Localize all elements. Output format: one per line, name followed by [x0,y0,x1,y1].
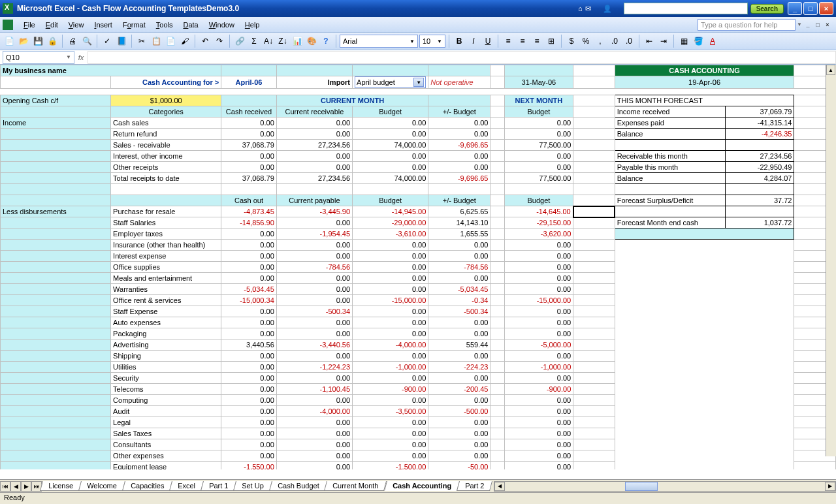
format-painter-icon[interactable]: 🖌 [178,35,191,48]
cell[interactable]: 0.00 [353,273,428,284]
cell[interactable]: 0.00 [221,373,277,384]
cell[interactable]: 0.00 [353,328,428,339]
cell[interactable]: 0.00 [276,273,352,284]
cell[interactable]: 0.00 [353,417,428,428]
cell[interactable]: Audit [111,406,221,417]
cell[interactable]: 0.00 [276,462,352,470]
percent-icon[interactable]: % [579,35,592,48]
cell[interactable]: Advertising [111,339,221,351]
tab-prev-button[interactable]: ◀ [10,481,21,492]
cell[interactable]: 0.00 [504,439,573,450]
cell[interactable]: 0.00 [276,417,352,428]
save-icon[interactable]: 💾 [31,35,44,48]
cell[interactable]: -5,000.00 [504,339,573,351]
cell[interactable]: Insurance (other than health) [111,240,221,251]
dec-indent-icon[interactable]: ⇤ [643,35,656,48]
sheet-tab-excel[interactable]: Excel [169,481,204,491]
cell[interactable]: -14,645.00 [504,206,573,217]
cell[interactable]: Utilities [111,362,221,373]
cell[interactable]: -15,000.00 [353,295,428,306]
cell[interactable]: 0.00 [276,284,352,295]
name-box[interactable]: Q10▼ [3,51,74,64]
cell[interactable]: 3,440.56 [221,339,277,351]
cell[interactable]: 37,068.79 [221,173,277,184]
cell[interactable]: 77,500.00 [504,173,573,184]
cell[interactable]: 37,068.79 [221,140,277,151]
cell[interactable]: 0.00 [276,118,352,129]
cell[interactable]: 0.00 [353,240,428,251]
cell[interactable]: Warranties [111,284,221,295]
sort-asc-icon[interactable]: A↓ [262,35,275,48]
cell[interactable]: 0.00 [504,328,573,339]
fx-icon[interactable]: fx [74,54,88,61]
cell[interactable]: -15,000.34 [221,295,277,306]
menu-view[interactable]: View [63,20,89,30]
cell[interactable]: -0.34 [428,295,490,306]
cell[interactable]: 0.00 [353,129,428,140]
cell[interactable]: Packaging [111,328,221,339]
cell[interactable]: -3,620.00 [504,228,573,240]
currency-icon[interactable]: $ [565,35,578,48]
cell[interactable]: 0.00 [221,395,277,406]
cell[interactable]: 0.00 [221,351,277,362]
cell[interactable]: -200.45 [428,384,490,395]
cell[interactable]: Sales Taxes [111,428,221,439]
undo-icon[interactable]: ↶ [199,35,212,48]
cell[interactable]: 0.00 [276,129,352,140]
help-search-input[interactable] [698,19,796,31]
cell[interactable]: 0.00 [428,118,490,129]
menu-edit[interactable]: Edit [40,20,63,30]
cell[interactable]: 0.00 [221,439,277,450]
cell[interactable]: 0.00 [276,428,352,439]
cell[interactable]: 0.00 [276,162,352,173]
doc-minimize-button[interactable]: _ [803,20,812,29]
underline-button[interactable]: U [481,35,494,48]
cell[interactable]: 0.00 [353,317,428,328]
merge-icon[interactable]: ⊞ [545,35,558,48]
search-button[interactable]: Search [750,4,784,14]
cell[interactable]: -9,696.65 [428,173,490,184]
cell[interactable]: 0.00 [428,273,490,284]
spell-icon[interactable]: ✓ [101,35,114,48]
hyperlink-icon[interactable]: 🔗 [233,35,246,48]
cell[interactable]: 14,143.10 [428,217,490,228]
close-button[interactable]: × [819,2,833,15]
menu-file[interactable]: File [18,20,40,30]
bold-button[interactable]: B [453,35,466,48]
cell[interactable]: 0.00 [221,384,277,395]
cell[interactable]: 0.00 [428,251,490,262]
redo-icon[interactable]: ↷ [213,35,226,48]
cell[interactable]: -29,000.00 [353,217,428,228]
cell[interactable]: Office supplies [111,262,221,273]
cell[interactable]: Staff Salaries [111,217,221,228]
cell[interactable]: 0.00 [504,273,573,284]
cell[interactable]: -9,696.65 [428,140,490,151]
cell[interactable]: -500.34 [276,306,352,317]
cell[interactable]: -900.00 [504,384,573,395]
cell[interactable]: 0.00 [504,317,573,328]
menu-data[interactable]: Data [178,20,203,30]
dec-decimal-icon[interactable]: .0 [622,35,635,48]
cell[interactable]: 0.00 [353,439,428,450]
cell[interactable]: Other receipts [111,162,221,173]
inc-indent-icon[interactable]: ⇥ [657,35,670,48]
help-icon[interactable]: ? [319,35,332,48]
cell[interactable]: Telecoms [111,384,221,395]
cell[interactable]: 0.00 [353,251,428,262]
vertical-scrollbar[interactable]: ▲ [826,65,836,456]
comma-icon[interactable]: , [594,35,607,48]
cell[interactable]: 0.00 [353,151,428,162]
sheet-tab-current month[interactable]: Current Month [324,481,387,491]
cell[interactable]: 0.00 [504,284,573,295]
cell[interactable]: 0.00 [504,428,573,439]
cell[interactable]: 0.00 [428,328,490,339]
cell[interactable]: 0.00 [504,251,573,262]
cell[interactable]: Equipment lease [111,462,221,470]
selected-cell[interactable] [573,206,615,217]
cell[interactable]: 0.00 [221,328,277,339]
mail-icon[interactable]: ✉ [585,5,591,13]
minimize-button[interactable]: _ [788,2,802,15]
cell[interactable]: 0.00 [504,417,573,428]
cell[interactable]: 0.00 [504,395,573,406]
copy-icon[interactable]: 📋 [150,35,163,48]
